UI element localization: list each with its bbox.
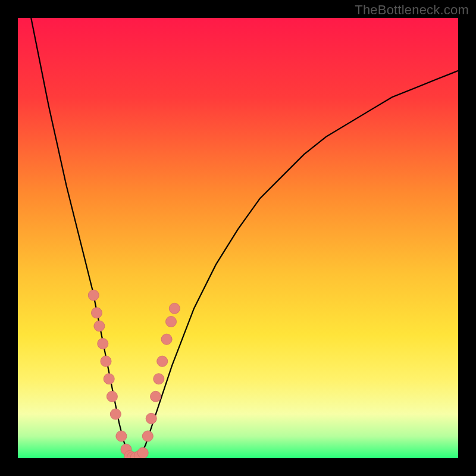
data-marker (107, 391, 117, 402)
data-marker (151, 391, 161, 402)
data-marker (101, 356, 111, 367)
data-marker (88, 290, 99, 300)
outer-frame: TheBottleneck.com (0, 0, 476, 476)
watermark-text: TheBottleneck.com (355, 2, 469, 18)
data-marker (142, 431, 153, 441)
data-marker (157, 356, 168, 367)
data-marker (161, 334, 172, 345)
data-marker (110, 409, 121, 419)
chart-svg (18, 18, 458, 458)
data-marker (154, 374, 164, 384)
data-marker (104, 374, 114, 384)
data-marker (146, 413, 156, 424)
data-marker (137, 447, 148, 458)
plot-area (18, 18, 458, 458)
data-marker (166, 317, 177, 327)
data-marker (98, 339, 108, 349)
data-marker (169, 303, 180, 314)
data-marker (94, 321, 105, 331)
data-marker (92, 308, 102, 318)
data-marker (116, 431, 127, 441)
gradient-background (18, 18, 458, 458)
